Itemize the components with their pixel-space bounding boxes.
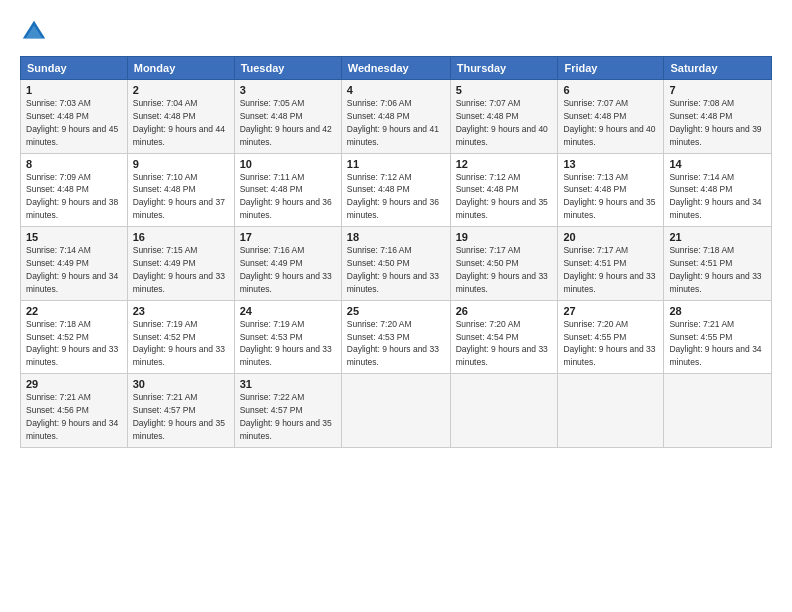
header — [20, 18, 772, 46]
col-saturday: Saturday — [664, 57, 772, 80]
day-info: Sunrise: 7:22 AMSunset: 4:57 PMDaylight:… — [240, 392, 332, 441]
day-number: 15 — [26, 231, 122, 243]
col-wednesday: Wednesday — [341, 57, 450, 80]
table-row: 22Sunrise: 7:18 AMSunset: 4:52 PMDayligh… — [21, 300, 128, 374]
day-info: Sunrise: 7:11 AMSunset: 4:48 PMDaylight:… — [240, 172, 332, 221]
day-number: 26 — [456, 305, 553, 317]
table-row: 9Sunrise: 7:10 AMSunset: 4:48 PMDaylight… — [127, 153, 234, 227]
table-row: 18Sunrise: 7:16 AMSunset: 4:50 PMDayligh… — [341, 227, 450, 301]
day-info: Sunrise: 7:17 AMSunset: 4:50 PMDaylight:… — [456, 245, 548, 294]
col-monday: Monday — [127, 57, 234, 80]
day-number: 4 — [347, 84, 445, 96]
day-number: 7 — [669, 84, 766, 96]
day-number: 18 — [347, 231, 445, 243]
table-row: 25Sunrise: 7:20 AMSunset: 4:53 PMDayligh… — [341, 300, 450, 374]
header-row: Sunday Monday Tuesday Wednesday Thursday… — [21, 57, 772, 80]
table-row: 2Sunrise: 7:04 AMSunset: 4:48 PMDaylight… — [127, 80, 234, 154]
day-info: Sunrise: 7:17 AMSunset: 4:51 PMDaylight:… — [563, 245, 655, 294]
table-row: 21Sunrise: 7:18 AMSunset: 4:51 PMDayligh… — [664, 227, 772, 301]
logo-icon — [20, 18, 48, 46]
day-number: 25 — [347, 305, 445, 317]
day-info: Sunrise: 7:05 AMSunset: 4:48 PMDaylight:… — [240, 98, 332, 147]
calendar-week-row: 22Sunrise: 7:18 AMSunset: 4:52 PMDayligh… — [21, 300, 772, 374]
day-number: 23 — [133, 305, 229, 317]
day-info: Sunrise: 7:03 AMSunset: 4:48 PMDaylight:… — [26, 98, 118, 147]
day-info: Sunrise: 7:19 AMSunset: 4:52 PMDaylight:… — [133, 319, 225, 368]
table-row: 7Sunrise: 7:08 AMSunset: 4:48 PMDaylight… — [664, 80, 772, 154]
table-row: 5Sunrise: 7:07 AMSunset: 4:48 PMDaylight… — [450, 80, 558, 154]
table-row: 15Sunrise: 7:14 AMSunset: 4:49 PMDayligh… — [21, 227, 128, 301]
day-info: Sunrise: 7:20 AMSunset: 4:53 PMDaylight:… — [347, 319, 439, 368]
day-number: 13 — [563, 158, 658, 170]
table-row: 19Sunrise: 7:17 AMSunset: 4:50 PMDayligh… — [450, 227, 558, 301]
day-number: 30 — [133, 378, 229, 390]
day-info: Sunrise: 7:18 AMSunset: 4:51 PMDaylight:… — [669, 245, 761, 294]
day-number: 1 — [26, 84, 122, 96]
day-number: 27 — [563, 305, 658, 317]
col-friday: Friday — [558, 57, 664, 80]
day-number: 2 — [133, 84, 229, 96]
day-number: 8 — [26, 158, 122, 170]
table-row — [558, 374, 664, 448]
table-row: 30Sunrise: 7:21 AMSunset: 4:57 PMDayligh… — [127, 374, 234, 448]
table-row: 31Sunrise: 7:22 AMSunset: 4:57 PMDayligh… — [234, 374, 341, 448]
table-row: 12Sunrise: 7:12 AMSunset: 4:48 PMDayligh… — [450, 153, 558, 227]
calendar-table: Sunday Monday Tuesday Wednesday Thursday… — [20, 56, 772, 448]
day-info: Sunrise: 7:08 AMSunset: 4:48 PMDaylight:… — [669, 98, 761, 147]
table-row — [450, 374, 558, 448]
day-number: 17 — [240, 231, 336, 243]
day-info: Sunrise: 7:21 AMSunset: 4:57 PMDaylight:… — [133, 392, 225, 441]
table-row: 16Sunrise: 7:15 AMSunset: 4:49 PMDayligh… — [127, 227, 234, 301]
table-row: 3Sunrise: 7:05 AMSunset: 4:48 PMDaylight… — [234, 80, 341, 154]
table-row: 17Sunrise: 7:16 AMSunset: 4:49 PMDayligh… — [234, 227, 341, 301]
day-number: 6 — [563, 84, 658, 96]
logo — [20, 18, 52, 46]
day-number: 5 — [456, 84, 553, 96]
table-row: 4Sunrise: 7:06 AMSunset: 4:48 PMDaylight… — [341, 80, 450, 154]
table-row: 8Sunrise: 7:09 AMSunset: 4:48 PMDaylight… — [21, 153, 128, 227]
table-row — [341, 374, 450, 448]
table-row: 13Sunrise: 7:13 AMSunset: 4:48 PMDayligh… — [558, 153, 664, 227]
day-info: Sunrise: 7:12 AMSunset: 4:48 PMDaylight:… — [347, 172, 439, 221]
day-number: 21 — [669, 231, 766, 243]
day-number: 12 — [456, 158, 553, 170]
table-row: 23Sunrise: 7:19 AMSunset: 4:52 PMDayligh… — [127, 300, 234, 374]
day-info: Sunrise: 7:16 AMSunset: 4:50 PMDaylight:… — [347, 245, 439, 294]
day-info: Sunrise: 7:10 AMSunset: 4:48 PMDaylight:… — [133, 172, 225, 221]
col-tuesday: Tuesday — [234, 57, 341, 80]
day-number: 28 — [669, 305, 766, 317]
day-info: Sunrise: 7:20 AMSunset: 4:54 PMDaylight:… — [456, 319, 548, 368]
calendar-week-row: 15Sunrise: 7:14 AMSunset: 4:49 PMDayligh… — [21, 227, 772, 301]
table-row: 27Sunrise: 7:20 AMSunset: 4:55 PMDayligh… — [558, 300, 664, 374]
table-row: 26Sunrise: 7:20 AMSunset: 4:54 PMDayligh… — [450, 300, 558, 374]
table-row — [664, 374, 772, 448]
day-number: 11 — [347, 158, 445, 170]
day-info: Sunrise: 7:19 AMSunset: 4:53 PMDaylight:… — [240, 319, 332, 368]
day-info: Sunrise: 7:21 AMSunset: 4:56 PMDaylight:… — [26, 392, 118, 441]
table-row: 24Sunrise: 7:19 AMSunset: 4:53 PMDayligh… — [234, 300, 341, 374]
day-info: Sunrise: 7:06 AMSunset: 4:48 PMDaylight:… — [347, 98, 439, 147]
day-info: Sunrise: 7:18 AMSunset: 4:52 PMDaylight:… — [26, 319, 118, 368]
day-number: 20 — [563, 231, 658, 243]
table-row: 14Sunrise: 7:14 AMSunset: 4:48 PMDayligh… — [664, 153, 772, 227]
day-info: Sunrise: 7:07 AMSunset: 4:48 PMDaylight:… — [456, 98, 548, 147]
calendar-week-row: 29Sunrise: 7:21 AMSunset: 4:56 PMDayligh… — [21, 374, 772, 448]
day-info: Sunrise: 7:14 AMSunset: 4:48 PMDaylight:… — [669, 172, 761, 221]
day-number: 9 — [133, 158, 229, 170]
calendar-week-row: 1Sunrise: 7:03 AMSunset: 4:48 PMDaylight… — [21, 80, 772, 154]
day-number: 14 — [669, 158, 766, 170]
day-info: Sunrise: 7:21 AMSunset: 4:55 PMDaylight:… — [669, 319, 761, 368]
table-row: 10Sunrise: 7:11 AMSunset: 4:48 PMDayligh… — [234, 153, 341, 227]
day-info: Sunrise: 7:07 AMSunset: 4:48 PMDaylight:… — [563, 98, 655, 147]
day-number: 24 — [240, 305, 336, 317]
day-number: 16 — [133, 231, 229, 243]
table-row: 29Sunrise: 7:21 AMSunset: 4:56 PMDayligh… — [21, 374, 128, 448]
table-row: 20Sunrise: 7:17 AMSunset: 4:51 PMDayligh… — [558, 227, 664, 301]
table-row: 28Sunrise: 7:21 AMSunset: 4:55 PMDayligh… — [664, 300, 772, 374]
day-number: 10 — [240, 158, 336, 170]
day-number: 19 — [456, 231, 553, 243]
calendar-page: Sunday Monday Tuesday Wednesday Thursday… — [0, 0, 792, 612]
table-row: 6Sunrise: 7:07 AMSunset: 4:48 PMDaylight… — [558, 80, 664, 154]
table-row: 1Sunrise: 7:03 AMSunset: 4:48 PMDaylight… — [21, 80, 128, 154]
day-info: Sunrise: 7:15 AMSunset: 4:49 PMDaylight:… — [133, 245, 225, 294]
